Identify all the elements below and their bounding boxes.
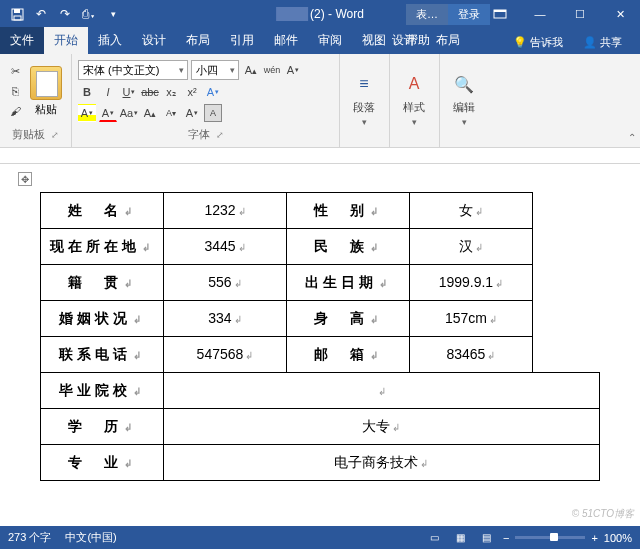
group-editing: 🔍编辑▾: [440, 54, 490, 147]
web-layout-button[interactable]: ▤: [477, 530, 497, 546]
tab-references[interactable]: 引用: [220, 27, 264, 54]
qat-customize-button[interactable]: ▾: [102, 3, 124, 25]
editing-button[interactable]: 🔍编辑▾: [446, 70, 482, 127]
format-painter-button[interactable]: 🖌: [6, 102, 24, 120]
font-color-button[interactable]: A: [99, 104, 117, 122]
paste-button[interactable]: 粘贴: [30, 66, 62, 117]
clipboard-label: 剪贴板: [12, 127, 45, 142]
status-bar: 273 个字 中文(中国) ▭ ▦ ▤ − + 100%: [0, 526, 640, 549]
styles-icon: A: [400, 70, 428, 98]
zoom-out-button[interactable]: −: [503, 532, 509, 544]
svg-rect-4: [494, 10, 506, 12]
shrink-font2-button[interactable]: A▾: [162, 104, 180, 122]
word-count[interactable]: 273 个字: [8, 530, 51, 545]
document-area[interactable]: ✥ 姓 名↲ 1232↲ 性 别↲ 女↲ 现在所在地↲ 3445↲ 民 族↲ 汉…: [0, 164, 640, 524]
font-launcher[interactable]: ⤢: [216, 130, 224, 140]
zoom-slider[interactable]: [515, 536, 585, 539]
watermark: © 51CTO博客: [572, 507, 634, 521]
redo-button[interactable]: ↷: [54, 3, 76, 25]
font-size-combo[interactable]: 小四: [191, 60, 239, 80]
ribbon-options-button[interactable]: [480, 0, 520, 28]
cut-button[interactable]: ✂: [6, 62, 24, 80]
subscript-button[interactable]: x₂: [162, 83, 180, 101]
group-styles: A样式▾: [390, 54, 440, 147]
font-label: 字体: [188, 127, 210, 142]
svg-rect-2: [14, 16, 21, 20]
change-case-button[interactable]: A: [284, 61, 302, 79]
close-button[interactable]: ✕: [600, 0, 640, 28]
copy-button[interactable]: ⎘: [6, 82, 24, 100]
tab-insert[interactable]: 插入: [88, 27, 132, 54]
collapse-ribbon-button[interactable]: ⌃: [628, 132, 636, 143]
highlight-button[interactable]: A: [78, 104, 96, 122]
table-row: 学 历↲ 大专↲: [41, 409, 600, 445]
zoom-level[interactable]: 100%: [604, 532, 632, 544]
group-paragraph: ≡段落▾: [340, 54, 390, 147]
font-name-combo[interactable]: 宋体 (中文正文): [78, 60, 188, 80]
text-effects-button[interactable]: A: [204, 83, 222, 101]
paragraph-button[interactable]: ≡段落▾: [346, 70, 382, 127]
tab-layout[interactable]: 布局: [176, 27, 220, 54]
ruler: [0, 148, 640, 164]
table-row: 专 业↲ 电子商务技术↲: [41, 445, 600, 481]
underline-button[interactable]: U: [120, 83, 138, 101]
clipboard-launcher[interactable]: ⤢: [51, 130, 59, 140]
undo-button[interactable]: ↶: [30, 3, 52, 25]
tab-review[interactable]: 审阅: [308, 27, 352, 54]
ribbon: ✂ ⎘ 🖌 粘贴 剪贴板⤢ 宋体 (中文正文) 小四 A▴ wén A: [0, 54, 640, 148]
language-status[interactable]: 中文(中国): [65, 530, 116, 545]
bold-button[interactable]: B: [78, 83, 96, 101]
find-icon: 🔍: [450, 70, 478, 98]
ribbon-tabs: 文件 开始 插入 设计 布局 引用 邮件 审阅 视图 帮助 设计 布局 💡告诉我…: [0, 28, 640, 54]
tab-table-layout[interactable]: 布局: [426, 27, 470, 54]
table-row: 现在所在地↲ 3445↲ 民 族↲ 汉↲: [41, 229, 600, 265]
paste-icon: [30, 66, 62, 100]
italic-button[interactable]: I: [99, 83, 117, 101]
print-layout-button[interactable]: ▦: [451, 530, 471, 546]
char-border-button[interactable]: A: [204, 104, 222, 122]
share-button[interactable]: 👤共享: [575, 31, 630, 54]
table-move-handle[interactable]: ✥: [18, 172, 32, 186]
qat-more-button[interactable]: ⎙▾: [78, 3, 100, 25]
tab-home[interactable]: 开始: [44, 27, 88, 54]
enclose-button[interactable]: A: [183, 104, 201, 122]
tab-file[interactable]: 文件: [0, 27, 44, 54]
save-button[interactable]: [6, 3, 28, 25]
table-row: 毕业院校↲ ↲: [41, 373, 600, 409]
strikethrough-button[interactable]: abc: [141, 83, 159, 101]
form-table[interactable]: 姓 名↲ 1232↲ 性 别↲ 女↲ 现在所在地↲ 3445↲ 民 族↲ 汉↲ …: [40, 192, 600, 481]
char-shading-button[interactable]: Aa: [120, 104, 138, 122]
svg-rect-1: [14, 9, 20, 13]
tab-table-design[interactable]: 设计: [382, 27, 426, 54]
title-bar: ↶ ↷ ⎙▾ ▾ (2) - Word 表… 登录 — ☐ ✕: [0, 0, 640, 28]
group-clipboard: ✂ ⎘ 🖌 粘贴 剪贴板⤢: [0, 54, 72, 147]
table-row: 籍 贯↲ 556↲ 出生日期↲ 1999.9.1↲: [41, 265, 600, 301]
paragraph-icon: ≡: [350, 70, 378, 98]
grow-font-button[interactable]: A▴: [242, 61, 260, 79]
styles-button[interactable]: A样式▾: [396, 70, 432, 127]
window-title: (2) - Word: [276, 7, 364, 22]
read-mode-button[interactable]: ▭: [425, 530, 445, 546]
contextual-tools: 表… 登录: [406, 4, 490, 25]
zoom-in-button[interactable]: +: [591, 532, 597, 544]
shrink-font-button[interactable]: wén: [263, 61, 281, 79]
minimize-button[interactable]: —: [520, 0, 560, 28]
share-icon: 👤: [583, 36, 597, 49]
table-row: 婚姻状况↲ 334↲ 身 高↲ 157cm↲: [41, 301, 600, 337]
group-font: 宋体 (中文正文) 小四 A▴ wén A B I U abc x₂ x² A …: [72, 54, 340, 147]
grow-font2-button[interactable]: A▴: [141, 104, 159, 122]
table-row: 联系电话↲ 547568↲ 邮 箱↲ 83465↲: [41, 337, 600, 373]
tab-design[interactable]: 设计: [132, 27, 176, 54]
maximize-button[interactable]: ☐: [560, 0, 600, 28]
table-row: 姓 名↲ 1232↲ 性 别↲ 女↲: [41, 193, 600, 229]
tell-me-button[interactable]: 💡告诉我: [505, 31, 571, 54]
superscript-button[interactable]: x²: [183, 83, 201, 101]
table-tools-label: 表…: [406, 4, 448, 25]
bulb-icon: 💡: [513, 36, 527, 49]
window-controls: — ☐ ✕: [480, 0, 640, 28]
quick-access-toolbar: ↶ ↷ ⎙▾ ▾: [0, 3, 124, 25]
tab-mailings[interactable]: 邮件: [264, 27, 308, 54]
